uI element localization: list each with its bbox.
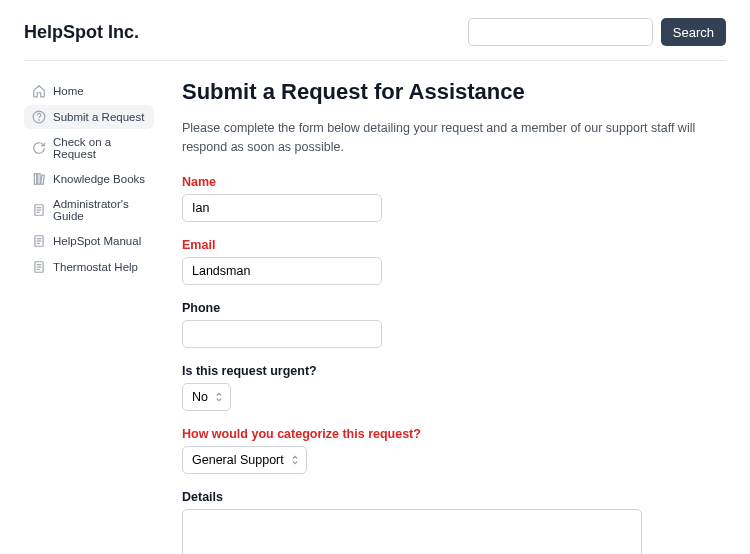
svg-rect-4 <box>41 175 45 185</box>
sidebar-item-label: Administrator's Guide <box>53 198 146 222</box>
email-label: Email <box>182 238 726 252</box>
sidebar-item-thermostat-help[interactable]: Thermostat Help <box>24 255 154 279</box>
doc-icon <box>32 260 46 274</box>
sidebar: Home Submit a Request Check on a Request… <box>24 79 154 554</box>
category-select[interactable]: General Support <box>182 446 307 474</box>
phone-input[interactable] <box>182 320 382 348</box>
svg-rect-3 <box>38 174 40 185</box>
books-icon <box>32 172 46 186</box>
field-name: Name <box>182 175 726 222</box>
phone-label: Phone <box>182 301 726 315</box>
field-details: Details <box>182 490 726 555</box>
home-icon <box>32 84 46 98</box>
sidebar-item-admin-guide[interactable]: Administrator's Guide <box>24 193 154 227</box>
sidebar-item-label: Check on a Request <box>53 136 146 160</box>
main-content: Submit a Request for Assistance Please c… <box>182 79 726 554</box>
sidebar-item-label: HelpSpot Manual <box>53 235 141 247</box>
header: HelpSpot Inc. Search <box>24 0 726 61</box>
sidebar-item-label: Submit a Request <box>53 111 144 123</box>
question-icon <box>32 110 46 124</box>
field-urgent: Is this request urgent? No <box>182 364 726 411</box>
field-email: Email <box>182 238 726 285</box>
sidebar-item-home[interactable]: Home <box>24 79 154 103</box>
field-phone: Phone <box>182 301 726 348</box>
doc-icon <box>32 234 46 248</box>
details-label: Details <box>182 490 726 504</box>
sidebar-item-submit-request[interactable]: Submit a Request <box>24 105 154 129</box>
sidebar-item-helpspot-manual[interactable]: HelpSpot Manual <box>24 229 154 253</box>
name-label: Name <box>182 175 726 189</box>
email-input[interactable] <box>182 257 382 285</box>
sidebar-item-label: Home <box>53 85 84 97</box>
sidebar-item-check-request[interactable]: Check on a Request <box>24 131 154 165</box>
search-button[interactable]: Search <box>661 18 726 46</box>
search-wrap: Search <box>468 18 726 46</box>
category-label: How would you categorize this request? <box>182 427 726 441</box>
doc-icon <box>32 203 46 217</box>
page-title: Submit a Request for Assistance <box>182 79 726 105</box>
sidebar-item-label: Thermostat Help <box>53 261 138 273</box>
search-input[interactable] <box>468 18 653 46</box>
details-textarea[interactable] <box>182 509 642 555</box>
svg-rect-2 <box>34 174 36 185</box>
page-intro: Please complete the form below detailing… <box>182 119 726 157</box>
name-input[interactable] <box>182 194 382 222</box>
sidebar-item-label: Knowledge Books <box>53 173 145 185</box>
urgent-label: Is this request urgent? <box>182 364 726 378</box>
svg-point-1 <box>39 120 40 121</box>
field-category: How would you categorize this request? G… <box>182 427 726 474</box>
brand-title: HelpSpot Inc. <box>24 22 139 43</box>
urgent-select[interactable]: No <box>182 383 231 411</box>
refresh-icon <box>32 141 46 155</box>
sidebar-item-knowledge-books[interactable]: Knowledge Books <box>24 167 154 191</box>
